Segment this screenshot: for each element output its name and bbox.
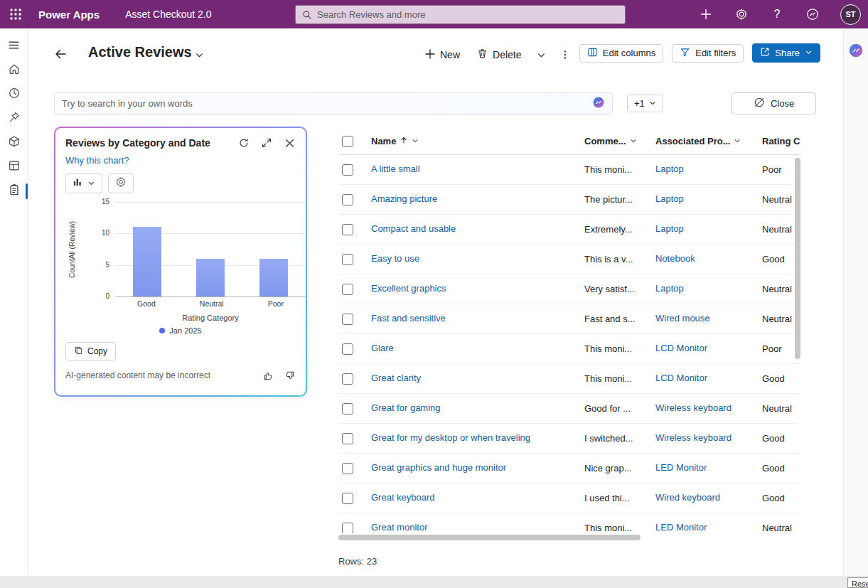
- table-row[interactable]: Easy to use This is a v... Notebook Good: [338, 245, 800, 274]
- review-name-link[interactable]: Compact and usable: [371, 223, 456, 234]
- row-checkbox[interactable]: [342, 224, 353, 235]
- sidebar-item-reviews[interactable]: [0, 179, 28, 203]
- table-row[interactable]: Great keyboard I used thi... Wired keybo…: [338, 483, 800, 513]
- product-link[interactable]: LCD Monitor: [655, 373, 707, 383]
- column-header-name[interactable]: Name: [371, 136, 584, 146]
- review-name-link[interactable]: Excellent graphics: [371, 283, 446, 294]
- table-row[interactable]: Compact and usable Extremely... Laptop N…: [338, 215, 800, 245]
- command-dropdown-chevron[interactable]: [534, 48, 549, 63]
- suggestions-chip[interactable]: +1: [627, 95, 663, 112]
- row-checkbox[interactable]: [342, 254, 353, 265]
- sidebar-item-apps[interactable]: [0, 131, 28, 155]
- column-header-rating[interactable]: Rating Ca...: [762, 136, 800, 146]
- share-button[interactable]: Share: [752, 43, 820, 63]
- global-search[interactable]: [295, 5, 626, 24]
- product-link[interactable]: Notebook: [655, 253, 695, 264]
- thumbs-down-icon[interactable]: [283, 369, 296, 382]
- why-this-chart-link[interactable]: Why this chart?: [65, 155, 129, 166]
- sidebar-item-recent[interactable]: [0, 82, 28, 107]
- copilot-panel-toggle-icon[interactable]: [848, 43, 864, 58]
- expand-icon[interactable]: [260, 137, 273, 149]
- product-link[interactable]: LED Monitor: [655, 522, 707, 533]
- product-link[interactable]: Laptop: [655, 283, 684, 294]
- row-checkbox[interactable]: [342, 314, 353, 325]
- row-checkbox[interactable]: [342, 194, 353, 205]
- sidebar-item-home[interactable]: [0, 58, 28, 82]
- edit-filters-button[interactable]: Edit filters: [672, 44, 744, 63]
- more-commands-button[interactable]: [557, 47, 573, 63]
- table-row[interactable]: Glare This moni... LCD Monitor Poor: [338, 334, 800, 364]
- copilot-search-box[interactable]: [54, 92, 613, 114]
- copy-button[interactable]: Copy: [65, 342, 116, 360]
- row-checkbox[interactable]: [342, 373, 353, 385]
- review-name-link[interactable]: Great graphics and huge monitor: [371, 462, 506, 473]
- table-row[interactable]: Great monitor This moni... LED Monitor N…: [338, 513, 800, 533]
- review-name-link[interactable]: Fast and sensitive: [371, 313, 446, 324]
- review-name-link[interactable]: Amazing picture: [371, 193, 437, 204]
- table-row[interactable]: Great for gaming Good for ... Wireless k…: [338, 394, 800, 424]
- review-name-link[interactable]: Great for my desktop or when traveling: [371, 432, 530, 443]
- select-all-checkbox[interactable]: [342, 136, 353, 147]
- new-button[interactable]: New: [421, 46, 464, 64]
- column-header-product[interactable]: Associated Pro...: [655, 136, 762, 146]
- product-link[interactable]: Laptop: [655, 223, 684, 234]
- chart-settings-button[interactable]: [108, 173, 134, 193]
- refresh-icon[interactable]: [237, 137, 250, 149]
- chart-type-dropdown[interactable]: [65, 173, 102, 193]
- delete-button[interactable]: Delete: [473, 46, 525, 64]
- row-checkbox[interactable]: [342, 343, 353, 355]
- product-link[interactable]: Wireless keyboard: [655, 432, 732, 443]
- share-chevron-icon[interactable]: [805, 48, 813, 58]
- review-name-link[interactable]: Great clarity: [371, 373, 421, 383]
- review-name-link[interactable]: Great monitor: [371, 522, 427, 533]
- table-row[interactable]: Fast and sensitive Fast and s... Wired m…: [338, 304, 800, 334]
- row-checkbox[interactable]: [342, 463, 353, 474]
- product-name[interactable]: Power Apps: [38, 9, 100, 21]
- table-row[interactable]: Great graphics and huge monitor Nice gra…: [338, 454, 800, 483]
- review-name-link[interactable]: Great keyboard: [371, 492, 435, 503]
- sidebar-item-pinned[interactable]: [0, 107, 28, 131]
- row-checkbox[interactable]: [342, 284, 353, 295]
- product-link[interactable]: Laptop: [655, 193, 684, 204]
- nav-menu-toggle[interactable]: [0, 34, 28, 58]
- horizontal-scrollbar[interactable]: [338, 535, 800, 540]
- product-link[interactable]: Wireless keyboard: [655, 402, 732, 413]
- back-button[interactable]: [53, 46, 68, 62]
- copilot-search-input[interactable]: [62, 98, 586, 109]
- edit-columns-button[interactable]: Edit columns: [579, 44, 663, 63]
- vertical-scrollbar[interactable]: [795, 156, 800, 533]
- product-link[interactable]: Laptop: [655, 164, 684, 174]
- help-icon[interactable]: ?: [769, 6, 785, 22]
- close-copilot-button[interactable]: Close: [732, 92, 816, 114]
- table-row[interactable]: Excellent graphics Very satisf... Laptop…: [338, 274, 800, 304]
- table-row[interactable]: Great for my desktop or when traveling I…: [338, 424, 800, 454]
- row-checkbox[interactable]: [342, 164, 353, 176]
- table-row[interactable]: Great clarity This moni... LCD Monitor G…: [338, 364, 800, 394]
- product-link[interactable]: Wired keyboard: [655, 492, 720, 503]
- add-icon[interactable]: [698, 6, 714, 22]
- product-link[interactable]: LED Monitor: [655, 462, 707, 473]
- account-avatar[interactable]: ST: [840, 4, 861, 25]
- row-checkbox[interactable]: [342, 433, 353, 444]
- horizontal-scrollbar-thumb[interactable]: [338, 535, 641, 540]
- settings-gear-icon[interactable]: [734, 6, 749, 22]
- close-icon[interactable]: [283, 137, 296, 149]
- partial-clipped-button[interactable]: Resend: [847, 577, 868, 588]
- vertical-scrollbar-thumb[interactable]: [795, 158, 800, 359]
- table-row[interactable]: Amazing picture The pictur... Laptop Neu…: [338, 185, 800, 215]
- global-search-input[interactable]: [317, 9, 619, 20]
- review-name-link[interactable]: A little small: [371, 164, 420, 174]
- copilot-icon[interactable]: [805, 6, 820, 22]
- review-name-link[interactable]: Easy to use: [371, 253, 419, 264]
- product-link[interactable]: Wired mouse: [655, 313, 710, 324]
- row-checkbox[interactable]: [342, 403, 353, 415]
- column-header-comments[interactable]: Comme...: [584, 136, 655, 146]
- waffle-menu-icon[interactable]: [0, 0, 31, 28]
- product-link[interactable]: LCD Monitor: [655, 343, 707, 353]
- sidebar-item-tables[interactable]: [0, 155, 28, 179]
- row-checkbox[interactable]: [342, 493, 353, 504]
- view-selector-chevron-icon[interactable]: [195, 50, 204, 63]
- thumbs-up-icon[interactable]: [262, 369, 274, 382]
- review-name-link[interactable]: Great for gaming: [371, 402, 441, 413]
- row-checkbox[interactable]: [342, 523, 353, 534]
